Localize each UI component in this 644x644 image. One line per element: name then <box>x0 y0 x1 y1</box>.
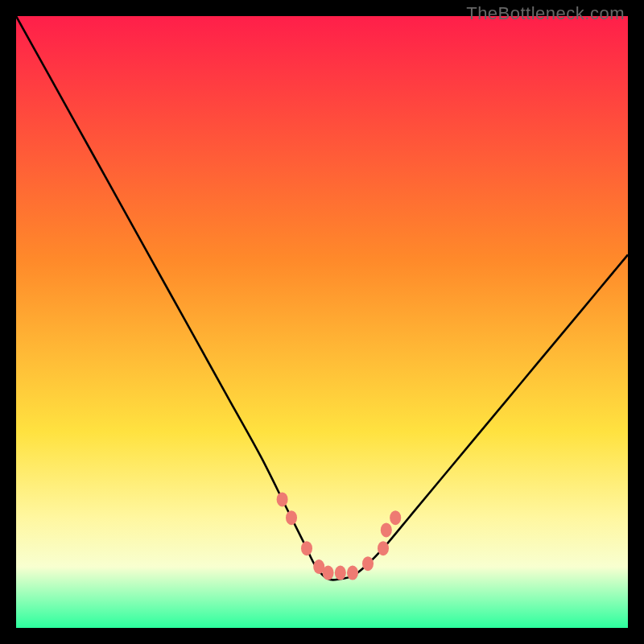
gradient-background <box>16 16 628 628</box>
chart-frame <box>16 16 628 628</box>
trough-marker <box>347 566 358 580</box>
trough-marker <box>381 522 392 537</box>
trough-marker <box>277 492 288 506</box>
trough-marker <box>335 566 346 580</box>
trough-marker <box>378 541 389 555</box>
trough-marker <box>301 541 312 555</box>
trough-marker <box>362 556 374 571</box>
watermark-text: TheBottleneck.com <box>466 3 625 24</box>
trough-marker <box>390 510 401 525</box>
trough-marker <box>323 566 334 580</box>
trough-marker <box>286 510 297 525</box>
bottleneck-chart <box>16 16 628 628</box>
